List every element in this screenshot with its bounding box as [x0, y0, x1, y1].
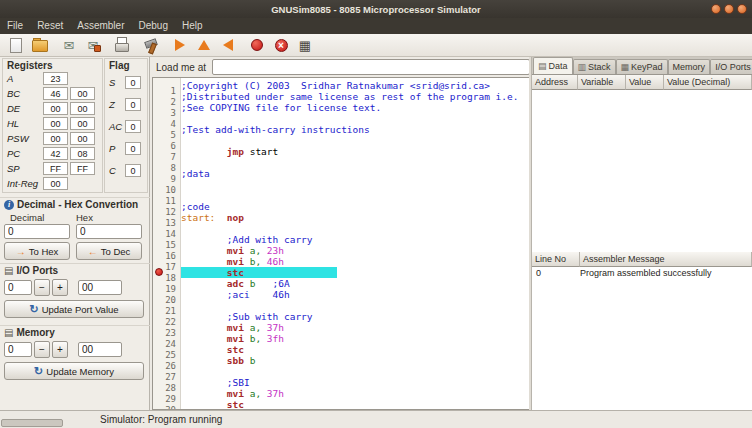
menu-help[interactable]: Help	[175, 18, 210, 34]
io-port-value-input[interactable]	[78, 280, 122, 295]
code-line-30[interactable]: stc	[181, 399, 529, 410]
record-button[interactable]	[245, 35, 269, 56]
gutter-line[interactable]: 9	[153, 168, 180, 179]
gutter-line[interactable]: 13	[153, 212, 180, 223]
code-line-4[interactable]	[181, 113, 529, 124]
update-port-value-button[interactable]: Update Port Value	[4, 300, 144, 318]
memory-value-input[interactable]	[78, 342, 122, 357]
gutter-line[interactable]: 23	[153, 322, 180, 333]
gutter-line[interactable]: 5	[153, 124, 180, 135]
code-line-22[interactable]: ;Sub with carry	[181, 311, 529, 322]
memory-plus-button[interactable]: +	[52, 341, 68, 358]
io-port-minus-button[interactable]: −	[34, 279, 50, 296]
stop-button[interactable]	[269, 35, 293, 56]
gutter-line[interactable]: 14	[153, 223, 180, 234]
gutter-line[interactable]: 28	[153, 377, 180, 388]
gutter-line[interactable]: 27	[153, 366, 180, 377]
register-value-cell[interactable]: 00	[43, 132, 68, 145]
code-line-18[interactable]: stc	[181, 267, 529, 278]
update-memory-button[interactable]: Update Memory	[4, 362, 144, 380]
maximize-button[interactable]	[724, 4, 734, 14]
gutter-line[interactable]: 29	[153, 388, 180, 399]
assemble-button[interactable]	[139, 35, 163, 56]
save-as-button[interactable]	[81, 35, 105, 56]
code-line-12[interactable]: ;code	[181, 201, 529, 212]
menu-assembler[interactable]: Assembler	[70, 18, 131, 34]
register-value-cell[interactable]: 42	[43, 147, 68, 160]
data-header-address[interactable]: Address	[532, 75, 578, 90]
code-line-2[interactable]: ;Distributed under same license as rest …	[181, 91, 529, 102]
io-port-plus-button[interactable]: +	[52, 279, 68, 296]
data-table-body[interactable]	[532, 90, 752, 252]
code-line-21[interactable]	[181, 300, 529, 311]
to-dec-button[interactable]: To Dec	[76, 242, 142, 260]
register-value-cell[interactable]: 23	[43, 72, 68, 85]
code-line-26[interactable]: sbb b	[181, 355, 529, 366]
code-line-24[interactable]: mvi b, 3fh	[181, 333, 529, 344]
gutter-line[interactable]: 17	[153, 256, 180, 267]
save-button[interactable]	[57, 35, 81, 56]
flag-value-cell[interactable]: 0	[125, 98, 141, 111]
open-button[interactable]	[28, 35, 52, 56]
gutter-line[interactable]: 24	[153, 333, 180, 344]
register-value-cell[interactable]: 00	[43, 102, 68, 115]
code-line-13[interactable]: start: nop	[181, 212, 529, 223]
gutter-line[interactable]: 6	[153, 135, 180, 146]
gutter-line[interactable]: 3	[153, 102, 180, 113]
gutter-line[interactable]: 26	[153, 355, 180, 366]
gutter-line[interactable]: 12	[153, 201, 180, 212]
close-button[interactable]	[737, 4, 747, 14]
gutter-line[interactable]: 8	[153, 157, 180, 168]
data-header-value-decimal[interactable]: Value (Decimal)	[664, 75, 752, 90]
register-value-cell[interactable]: 00	[70, 132, 95, 145]
tab-stack[interactable]: Stack	[573, 59, 616, 74]
flag-value-cell[interactable]: 0	[125, 76, 141, 89]
code-line-10[interactable]	[181, 179, 529, 190]
code-line-17[interactable]: mvi b, 46h	[181, 256, 529, 267]
gutter-line[interactable]: 10	[153, 179, 180, 190]
flag-value-cell[interactable]: 0	[125, 164, 141, 177]
load-me-at-input[interactable]	[212, 59, 530, 75]
code-line-20[interactable]: ;aci 46h	[181, 289, 529, 300]
tab-data[interactable]: Data	[533, 57, 573, 74]
code-line-9[interactable]: ;data	[181, 168, 529, 179]
gutter-line[interactable]: 25	[153, 344, 180, 355]
gutter-line[interactable]: 30	[153, 399, 180, 410]
tab-keypad[interactable]: KeyPad	[616, 59, 668, 74]
code-line-6[interactable]	[181, 135, 529, 146]
decimal-input[interactable]	[4, 224, 70, 239]
io-port-address-input[interactable]	[4, 280, 32, 295]
data-header-variable[interactable]: Variable	[578, 75, 626, 90]
register-value-cell[interactable]: FF	[70, 162, 95, 175]
gutter-line[interactable]: 16	[153, 245, 180, 256]
minimize-button[interactable]	[711, 4, 721, 14]
line-number-gutter[interactable]: 1234567891011121314151617181920212223242…	[153, 78, 181, 409]
step-back-button[interactable]	[216, 35, 240, 56]
gutter-line[interactable]: 21	[153, 300, 180, 311]
gutter-line[interactable]: 19	[153, 278, 180, 289]
gutter-line[interactable]: 22	[153, 311, 180, 322]
gutter-line[interactable]: 4	[153, 113, 180, 124]
run-button[interactable]	[168, 35, 192, 56]
code-line-27[interactable]	[181, 366, 529, 377]
register-value-cell[interactable]: 00	[70, 102, 95, 115]
keypad-button[interactable]	[293, 35, 317, 56]
to-hex-button[interactable]: To Hex	[4, 242, 70, 260]
code-area[interactable]: ;Copyright (C) 2003 Sridhar Ratnakumar <…	[181, 78, 529, 409]
flag-value-cell[interactable]: 0	[125, 142, 141, 155]
source-editor[interactable]: 1234567891011121314151617181920212223242…	[152, 77, 530, 410]
register-value-cell[interactable]: 00	[43, 177, 68, 190]
memory-minus-button[interactable]: −	[34, 341, 50, 358]
register-value-cell[interactable]: 00	[43, 117, 68, 130]
breakpoint-icon[interactable]	[155, 268, 163, 276]
step-button[interactable]	[192, 35, 216, 56]
code-line-19[interactable]: adc b ;6A	[181, 278, 529, 289]
register-value-cell[interactable]: 08	[70, 147, 95, 160]
gutter-line[interactable]: 7	[153, 146, 180, 157]
message-table-body[interactable]: 0Program assembled successfully	[532, 267, 752, 410]
hex-input[interactable]	[76, 224, 142, 239]
tab-memory[interactable]: Memory	[668, 59, 711, 74]
memory-address-input[interactable]	[4, 342, 32, 357]
gutter-line[interactable]: 18	[153, 267, 180, 278]
code-line-28[interactable]: ;SBI	[181, 377, 529, 388]
